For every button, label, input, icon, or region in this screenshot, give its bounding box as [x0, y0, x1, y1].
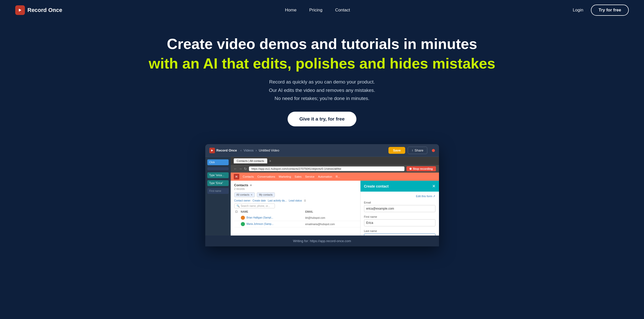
- hero-section: Create video demos and tutorials in minu…: [0, 20, 644, 137]
- search-icon: 🔍: [237, 205, 240, 207]
- last-name-label: Last name: [364, 229, 435, 232]
- contact-owner-filter[interactable]: Contact owner: [234, 199, 250, 202]
- back-icon[interactable]: ←: [234, 167, 237, 171]
- demo-topbar: Record Once ‹ Videos › Untitled Video Sa…: [205, 144, 439, 157]
- create-contact-modal: Create contact ✕ Edit this form ↗ Email: [360, 181, 439, 236]
- nav-logo[interactable]: Record Once: [15, 5, 62, 15]
- breadcrumb-current: Untitled Video: [259, 148, 279, 152]
- demo-logo-text: Record Once: [216, 148, 237, 152]
- hs-nav-service[interactable]: Service: [305, 175, 315, 178]
- filter-my-contacts[interactable]: My contacts: [257, 192, 275, 197]
- more-filters-icon[interactable]: ☰: [304, 199, 306, 202]
- nav-right: Login Try for free: [573, 5, 629, 16]
- hs-nav-contacts[interactable]: Contacts: [243, 175, 254, 178]
- first-name-input[interactable]: [364, 219, 435, 226]
- url-input[interactable]: https://app-eu1.hubspot.com/contacts/270…: [249, 166, 405, 171]
- browser-url-bar: ← → ↻ https://app-eu1.hubspot.com/contac…: [231, 165, 439, 173]
- hero-sub-line2: Our AI edits the video and removes any m…: [269, 88, 375, 93]
- hubspot-body: Contacts ▼ 2 records All contacts ✕: [231, 181, 439, 236]
- demo-topbar-left: Record Once ‹ Videos › Untitled Video: [209, 148, 279, 153]
- hs-nav-automation[interactable]: Automation: [318, 175, 332, 178]
- hero-cta-button[interactable]: Give it a try, for free: [288, 112, 356, 126]
- browser-active-tab[interactable]: Contacts | All contacts: [234, 158, 267, 163]
- login-link[interactable]: Login: [573, 8, 584, 13]
- contacts-search[interactable]: 🔍 Search name, phone, or...: [234, 204, 275, 208]
- browser-new-tab-button[interactable]: +: [269, 159, 271, 163]
- last-activity-filter[interactable]: Last activity da...: [268, 199, 287, 202]
- browser-tabs-bar: Contacts | All contacts +: [231, 157, 439, 165]
- hubspot-navbar: H Contacts Conversations Marketing Sales…: [231, 173, 439, 181]
- stop-recording-button[interactable]: Stop recording: [406, 166, 436, 171]
- sidebar-step-2: [207, 167, 229, 170]
- contacts-dropdown-icon[interactable]: ▼: [249, 184, 252, 187]
- logo-icon: [15, 5, 25, 15]
- nav-contact[interactable]: Contact: [335, 8, 350, 12]
- demo-breadcrumb: ‹ Videos › Untitled Video: [240, 148, 279, 152]
- demo-logo-icon: [209, 148, 215, 153]
- refresh-icon[interactable]: ↻: [244, 167, 247, 171]
- writing-for-label: Writing for: https://app.record-once.com: [293, 239, 351, 243]
- col-header-name[interactable]: NAME: [241, 210, 305, 213]
- filter-all-contacts[interactable]: All contacts ✕: [234, 192, 255, 197]
- demo-bottom-label: Writing for: https://app.record-once.com: [205, 236, 439, 246]
- hubspot-content: H Contacts Conversations Marketing Sales…: [231, 173, 439, 236]
- svg-marker-2: [211, 149, 213, 151]
- hubspot-logo-icon: H: [234, 174, 239, 179]
- svg-rect-3: [211, 149, 212, 151]
- create-date-filter[interactable]: Create date: [253, 199, 266, 202]
- contact-name-2[interactable]: Maria Johnson (Samp...: [241, 222, 305, 226]
- hero-subtitle: Record as quickly as you can demo your p…: [5, 78, 639, 103]
- lead-status-filter[interactable]: Lead status: [289, 199, 302, 202]
- filter-clear-icon[interactable]: ✕: [250, 193, 253, 196]
- hero-title-white: Create video demos and tutorials in minu…: [5, 36, 639, 53]
- row-checkbox-1[interactable]: ☐: [235, 216, 241, 219]
- hs-nav-conversations[interactable]: Conversations: [257, 175, 275, 178]
- try-for-free-button[interactable]: Try for free: [591, 5, 629, 16]
- hero-sub-line1: Record as quickly as you can demo your p…: [269, 79, 375, 85]
- demo-browser: Contacts | All contacts + ← → ↻ https://…: [231, 157, 439, 236]
- modal-title: Create contact: [364, 184, 389, 188]
- svg-rect-1: [19, 9, 20, 11]
- first-name-label: First name: [364, 215, 435, 218]
- hero-title-yellow: with an AI that edits, polishes and hide…: [5, 55, 639, 72]
- demo-window: Record Once ‹ Videos › Untitled Video Sa…: [205, 144, 439, 246]
- nav-links: Home Pricing Contact: [285, 8, 350, 13]
- forward-icon[interactable]: →: [239, 167, 242, 171]
- logo-text: Record Once: [27, 7, 62, 13]
- demo-logo: Record Once: [209, 148, 237, 153]
- window-close-button[interactable]: [432, 149, 435, 152]
- hero-sub-line3: No need for retakes; you're done in minu…: [275, 96, 369, 101]
- sidebar-step-click[interactable]: Click: [207, 159, 229, 165]
- sidebar-step-first-name: First name: [207, 188, 229, 194]
- row-checkbox-2[interactable]: ☐: [235, 223, 241, 226]
- demo-topbar-right: Save ↑ Share: [388, 147, 435, 154]
- email-label: Email: [364, 201, 435, 204]
- demo-share-button[interactable]: ↑ Share: [408, 147, 427, 154]
- demo-wrapper: Record Once ‹ Videos › Untitled Video Sa…: [0, 137, 644, 246]
- demo-save-button[interactable]: Save: [388, 147, 405, 154]
- nav-pricing[interactable]: Pricing: [309, 8, 322, 12]
- svg-marker-0: [19, 9, 21, 11]
- sidebar-step-type-name[interactable]: Type "Erica": [207, 180, 229, 186]
- hs-nav-sales[interactable]: Sales: [295, 175, 302, 178]
- modal-close-button[interactable]: ✕: [432, 184, 435, 189]
- hs-nav-more[interactable]: R...: [336, 175, 340, 178]
- contact-name-1[interactable]: Brian Halligan (Sampl...: [241, 216, 305, 220]
- avatar-2: [241, 222, 245, 226]
- modal-body: Edit this form ↗ Email First name: [360, 192, 439, 236]
- share-icon: ↑: [412, 148, 413, 152]
- breadcrumb-back[interactable]: Videos: [244, 148, 254, 152]
- first-name-field-group: First name: [364, 215, 435, 226]
- nav-home[interactable]: Home: [285, 8, 296, 12]
- navbar: Record Once Home Pricing Contact Login T…: [0, 0, 644, 20]
- stop-recording-icon: [410, 168, 412, 170]
- last-name-input[interactable]: [364, 233, 435, 236]
- browser-nav-controls: ← → ↻: [234, 167, 247, 171]
- email-input[interactable]: [364, 205, 435, 212]
- edit-form-link[interactable]: Edit this form ↗: [364, 195, 435, 198]
- last-name-field-group: Last name: [364, 229, 435, 236]
- sidebar-step-type-erica[interactable]: Type "erica@exa...: [207, 172, 229, 178]
- modal-header: Create contact ✕: [360, 181, 439, 192]
- hs-nav-marketing[interactable]: Marketing: [279, 175, 291, 178]
- select-all-checkbox[interactable]: ☐: [235, 210, 241, 213]
